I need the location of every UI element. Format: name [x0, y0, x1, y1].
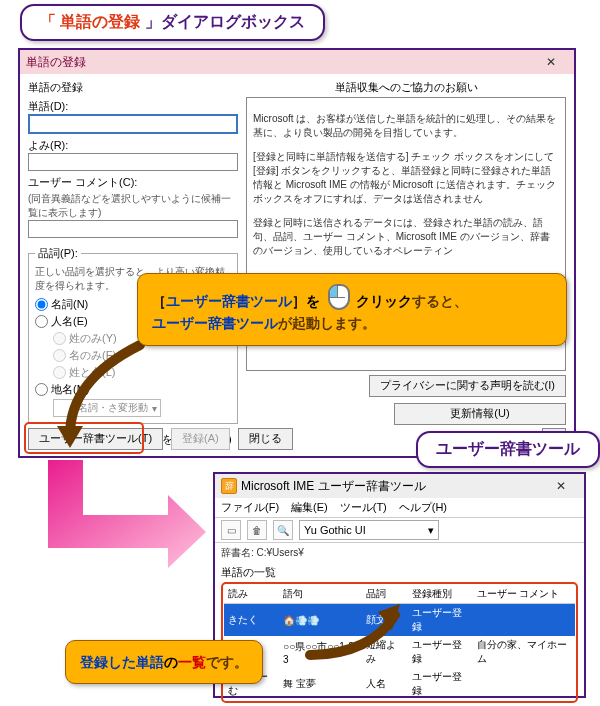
- app-icon: 辞: [221, 478, 237, 494]
- privacy-button[interactable]: プライバシーに関する声明を読む(I): [369, 375, 566, 397]
- note1-seg4: クリック: [356, 293, 412, 309]
- info-p3: 登録と同時に送信されるデータには、登録された単語の読み、語句、品詞、ユーザー コ…: [253, 216, 559, 258]
- close-button[interactable]: 閉じる: [238, 428, 293, 450]
- tool-delete-icon[interactable]: 🗑: [247, 520, 267, 540]
- callout-user-dictionary-tool: ユーザー辞書ツール: [416, 431, 600, 468]
- note1-seg1: ［: [152, 293, 166, 309]
- window-title-2: Microsoft IME ユーザー辞書ツール: [241, 478, 426, 495]
- font-selector[interactable]: Yu Gothic UI ▾: [299, 520, 439, 540]
- table-row[interactable]: まいほーむ 舞 宝夢 人名 ユーザー登録: [224, 668, 575, 700]
- font-selected: Yu Gothic UI: [304, 524, 366, 536]
- note1-line2b: が起動します。: [278, 315, 376, 331]
- callout-quote-open: 「: [40, 13, 56, 30]
- arrow-to-word-list: [300, 600, 420, 670]
- note1-seg5: すると、: [412, 293, 468, 309]
- update-info-button[interactable]: 更新情報(U): [394, 403, 566, 425]
- callout-title-text: 単語の登録: [60, 13, 140, 30]
- col-yomi[interactable]: 読み: [224, 585, 279, 604]
- menu-edit[interactable]: 編集(E): [291, 500, 328, 515]
- info-p1: Microsoft は、お客様が送信した単語を統計的に処理し、その結果を基に、よ…: [253, 112, 559, 140]
- label-reading: よみ(R):: [28, 138, 238, 153]
- chevron-down-icon: ▾: [428, 524, 434, 537]
- titlebar-2: 辞 Microsoft IME ユーザー辞書ツール ✕: [215, 474, 584, 498]
- note1-seg3: ］を: [292, 293, 320, 309]
- reading-input[interactable]: [28, 153, 238, 171]
- register-button[interactable]: 登録(A): [171, 428, 230, 450]
- note1-seg2: ユーザー辞書ツール: [166, 293, 292, 309]
- col-comment[interactable]: ユーザー コメント: [473, 585, 575, 604]
- hinshi-legend: 品詞(P):: [35, 246, 81, 261]
- callout-title-suffix: 」ダイアログボックス: [145, 13, 305, 30]
- titlebar: 単語の登録 ✕: [20, 50, 574, 74]
- section-title: 単語の登録: [28, 80, 238, 95]
- close-icon[interactable]: ✕: [534, 55, 568, 69]
- note-word-list: 登録した単語の一覧です。: [65, 640, 263, 684]
- note2-c: 一覧: [178, 654, 206, 670]
- comment-input[interactable]: [28, 220, 238, 238]
- tool-find-icon[interactable]: 🔍: [273, 520, 293, 540]
- list-header: 単語の一覧: [215, 563, 584, 580]
- info-p2: [登録と同時に単語情報を送信する] チェック ボックスをオンにして [登録] ボ…: [253, 150, 559, 206]
- callout-register-dialog: 「 単語の登録 」ダイアログボックス: [20, 4, 325, 41]
- callout-side-text: ユーザー辞書ツール: [436, 440, 580, 457]
- pink-arrow: [28, 460, 208, 570]
- info-title: 単語収集へのご協力のお願い: [246, 80, 566, 95]
- note2-b: の: [164, 654, 178, 670]
- menu-file[interactable]: ファイル(F): [221, 500, 279, 515]
- menu-tool[interactable]: ツール(T): [340, 500, 387, 515]
- window-title: 単語の登録: [26, 54, 86, 71]
- arrow-to-tool-button: [40, 340, 160, 455]
- close-icon-2[interactable]: ✕: [544, 479, 578, 493]
- note-launch-tool: ［ユーザー辞書ツール］を クリックすると、 ユーザー辞書ツールが起動します。: [137, 273, 567, 346]
- label-comment: ユーザー コメント(C):: [28, 175, 238, 190]
- svg-marker-0: [57, 426, 83, 448]
- note2-d: です。: [206, 654, 248, 670]
- word-input[interactable]: [28, 114, 238, 134]
- menu-help[interactable]: ヘルプ(H): [399, 500, 447, 515]
- toolbar: ▭ 🗑 🔍 Yu Gothic UI ▾: [215, 518, 584, 543]
- note2-a: 登録した単語: [80, 654, 164, 670]
- note1-line2a: ユーザー辞書ツール: [152, 315, 278, 331]
- dictionary-path: 辞書名: C:¥Users¥: [215, 543, 584, 563]
- comment-helper: (同音異義語などを選択しやすいように候補一覧に表示します): [28, 192, 238, 220]
- label-word: 単語(D):: [28, 99, 238, 114]
- mouse-left-click-icon: [328, 284, 350, 310]
- menu-bar: ファイル(F) 編集(E) ツール(T) ヘルプ(H): [215, 498, 584, 518]
- tool-new-icon[interactable]: ▭: [221, 520, 241, 540]
